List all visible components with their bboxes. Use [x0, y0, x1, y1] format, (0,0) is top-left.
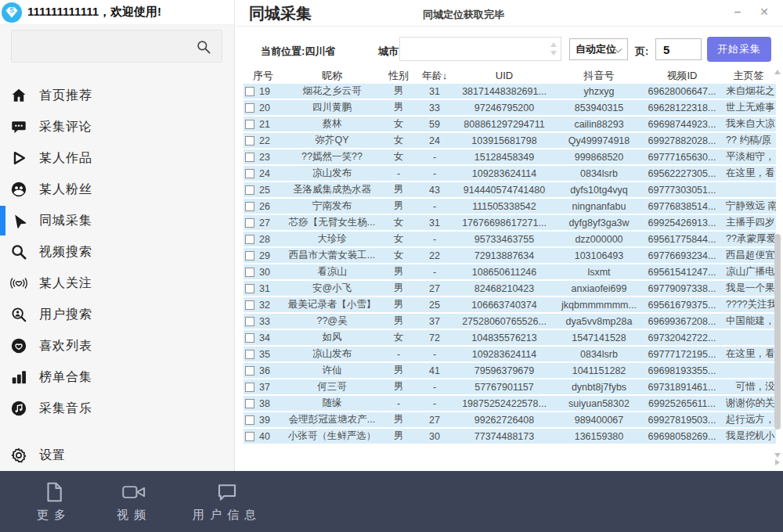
table-row[interactable]: 32最美记录者【小雪】男25106663740374jkqbmmmmmm...6… — [244, 297, 776, 312]
table-row[interactable]: 22弥芥QY女24103915681798Qy49997491869927882… — [244, 133, 776, 148]
table-row[interactable]: 23??嫣然一笑??女-1512845834999986852069777165… — [244, 149, 776, 164]
row-checkbox[interactable] — [245, 399, 254, 408]
row-checkbox[interactable] — [245, 415, 254, 425]
sidebar-item-works[interactable]: 某人作品 — [0, 142, 234, 174]
table-row[interactable]: 21蔡林女59808861297294711cailin882936969874… — [244, 117, 776, 131]
bottombar-item-more[interactable]: 更多 — [23, 480, 85, 523]
row-checkbox[interactable] — [245, 333, 254, 343]
row-checkbox[interactable] — [245, 268, 254, 277]
locate-mode-value: 自动定位 — [576, 42, 616, 56]
cell-age: - — [416, 168, 453, 179]
sidebar-item-video-search[interactable]: 视频搜索 — [0, 236, 234, 268]
table-row[interactable]: 37何三哥男-57767901157dynbt8j7fybs6973189146… — [244, 379, 776, 394]
row-checkbox[interactable] — [245, 383, 254, 392]
cell-video_id: 69777303051... — [643, 185, 721, 196]
column-header-seq[interactable]: 序号 — [244, 69, 283, 83]
column-header-video_id[interactable]: 视频ID — [643, 69, 721, 83]
table-row[interactable]: 29西昌市大蕾女装工...女22729138876341031064936977… — [244, 248, 776, 263]
bottombar-item-user-info[interactable]: 用户信息 — [183, 480, 271, 523]
column-header-uid[interactable]: UID — [453, 70, 555, 81]
row-checkbox[interactable] — [245, 251, 254, 261]
search-input[interactable] — [12, 31, 222, 62]
row-checkbox[interactable] — [245, 87, 254, 96]
cell-video_id: 69561679375... — [643, 300, 721, 311]
svg-text:S: S — [9, 6, 14, 14]
table-row[interactable]: 35凉山发布--1092836241140834lsrb69777172195.… — [244, 347, 776, 361]
table-row[interactable]: 27芯痧【无臂女生杨...女3117676698617271...dyfg8yf… — [244, 215, 776, 230]
cell-video_id: 69732042722... — [643, 332, 721, 343]
row-checkbox[interactable] — [245, 300, 254, 310]
row-checkbox[interactable] — [245, 185, 254, 195]
column-header-signature[interactable]: 主页签 — [721, 69, 776, 83]
cell-nickname: 凉山发布 — [283, 347, 381, 361]
table-row[interactable]: 30看凉山男-108650611246lsxmt69561541247...凉山… — [244, 264, 776, 279]
table-row[interactable]: 39会理彭冠蓝塘农产...男27992627264089894000676992… — [244, 412, 776, 427]
table-row[interactable]: 34如风女72104835576213154714152869732042722… — [244, 330, 776, 345]
status-text: 同城定位获取完毕 — [423, 8, 504, 22]
row-number: 24 — [259, 168, 270, 179]
cell-gender: 女 — [381, 150, 416, 164]
search-icon[interactable] — [196, 39, 211, 55]
table-row[interactable]: 31安@小飞男2782468210423anxiaofei69969779097… — [244, 281, 776, 296]
column-header-nickname[interactable]: 昵称 — [283, 69, 381, 83]
page-input[interactable] — [656, 39, 701, 59]
cell-nickname: 小张哥（生鲜严选） — [283, 430, 381, 443]
row-checkbox[interactable] — [245, 136, 254, 146]
row-checkbox[interactable] — [245, 169, 254, 178]
close-icon[interactable]: ✕ — [758, 5, 770, 19]
sidebar-item-fans[interactable]: 某人粉丝 — [0, 174, 234, 205]
cell-signature: 世上无难事 — [721, 101, 776, 114]
row-checkbox[interactable] — [245, 366, 254, 376]
spinner-up-icon[interactable] — [550, 42, 557, 47]
locate-mode-select[interactable]: 自动定位 — [569, 38, 628, 60]
cell-douyin: lsxmt — [555, 267, 643, 278]
row-checkbox[interactable] — [245, 235, 254, 244]
row-checkbox[interactable] — [245, 202, 254, 211]
scroll-down-icon[interactable] — [774, 453, 781, 458]
cell-nickname: 最美记录者【小雪】 — [283, 298, 381, 311]
row-checkbox[interactable] — [245, 120, 254, 129]
sidebar-item-likes[interactable]: 喜欢列表 — [0, 330, 234, 361]
table-row[interactable]: 19烟花之乡云哥男3138171448382691...yhzxyg696280… — [244, 84, 776, 99]
cell-signature: 起行远方， — [721, 413, 776, 426]
row-checkbox[interactable] — [245, 218, 254, 228]
sidebar-item-user-search[interactable]: 用户搜索 — [0, 299, 234, 330]
row-checkbox[interactable] — [245, 153, 254, 162]
row-checkbox[interactable] — [245, 103, 254, 113]
row-checkbox[interactable] — [245, 350, 254, 359]
column-header-gender[interactable]: 性别 — [381, 69, 416, 83]
sidebar-item-music[interactable]: 采集音乐 — [0, 393, 234, 424]
table-row[interactable]: 25圣洛威集成热水器男43914440574741480dyfs10tg4vyq… — [244, 182, 776, 197]
table-row[interactable]: 24凉山发布--1092836241140834lsrb69562227305.… — [244, 166, 776, 181]
table-row[interactable]: 40小张哥（生鲜严选）男3077374488173136159380696980… — [244, 429, 776, 444]
table-row[interactable]: 38随缘--19875252422578...suiyuan5830269925… — [244, 396, 776, 411]
scrollbar-thumb[interactable] — [774, 234, 781, 430]
sidebar-item-rankings[interactable]: 榜单合集 — [0, 361, 234, 393]
cell-seq: 29 — [244, 250, 283, 261]
table-row[interactable]: 26宁南发布男-111505338542ningnanfabu697768385… — [244, 199, 776, 214]
table-row[interactable]: 33??@吴男3727528060765526...dya5vv8mp28a69… — [244, 314, 776, 329]
scroll-up-icon[interactable] — [774, 70, 781, 74]
cell-seq: 26 — [244, 201, 283, 212]
sidebar-item-home[interactable]: 首页推荐 — [0, 80, 234, 111]
sidebar-item-city[interactable]: 同城采集 — [0, 205, 234, 236]
column-header-douyin[interactable]: 抖音号 — [555, 69, 643, 83]
row-checkbox[interactable] — [245, 317, 254, 326]
spinner-down-icon[interactable] — [550, 51, 557, 56]
sidebar-item-settings[interactable]: 设置 — [0, 440, 234, 471]
bottombar-item-video[interactable]: 视频 — [103, 480, 164, 523]
city-input[interactable] — [400, 38, 561, 60]
cell-seq: 27 — [244, 217, 283, 228]
row-checkbox[interactable] — [245, 284, 254, 293]
row-checkbox[interactable] — [245, 432, 254, 441]
sidebar-item-comments[interactable]: 采集评论 — [0, 111, 234, 142]
table-row[interactable]: 20四川黄鹏男339724679520085394031569628122318… — [244, 100, 776, 115]
column-header-age[interactable]: 年龄↓ — [416, 69, 453, 83]
sidebar-item-follows[interactable]: 某人关注 — [0, 268, 234, 299]
table-row[interactable]: 36许仙男4179596379679104115128269698193355.… — [244, 363, 776, 378]
cell-seq: 30 — [244, 267, 283, 278]
minimize-icon[interactable]: – — [731, 5, 744, 19]
table-row[interactable]: 28大珍珍女-95733463755dzz00000069561775844..… — [244, 232, 776, 246]
start-collect-button[interactable]: 开始采集 — [707, 37, 771, 62]
scroll-right-icon[interactable] — [775, 459, 780, 466]
